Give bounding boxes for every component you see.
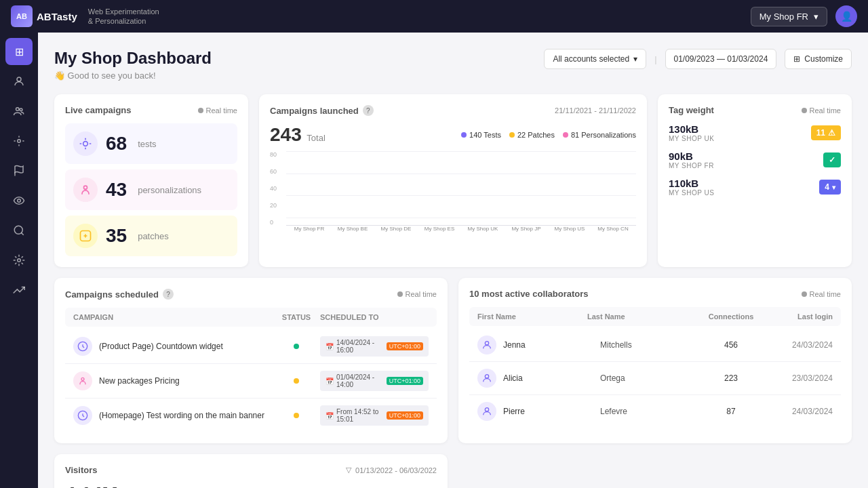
campaign-icon-1 (73, 337, 92, 356)
tag-item-us: 110kB MY SHOP US 4 ▾ (669, 178, 841, 197)
logo-text: ABTasty (37, 11, 77, 22)
scheduled-date-2: 01/04/2024 - 14:00 (336, 373, 384, 388)
page-subtitle: 👋 Good to see you back! (54, 70, 212, 81)
status-dot-3 (294, 413, 299, 418)
accounts-button[interactable]: All accounts selected ▾ (544, 49, 646, 69)
campaign-name-3: (Homepage) Test wording on the main bann… (99, 411, 273, 420)
customize-button[interactable]: ⊞ Customize (785, 49, 852, 69)
scheduled-row-1: (Product Page) Countdown widget 📅 14/04/… (65, 329, 437, 364)
tag-badge-us: 4 ▾ (819, 180, 841, 195)
collab-realtime-dot (802, 291, 807, 297)
sidebar-item-search[interactable] (5, 217, 33, 244)
visitors-summary: 4,14M Total 4.14M All 4.07M Tested (65, 483, 437, 488)
th-status: Status (273, 313, 320, 321)
th-campaign: Campaign (73, 313, 273, 321)
avatar[interactable]: 👤 (835, 5, 857, 27)
collab-last-3: Lefevre (600, 407, 697, 416)
patches-icon (73, 224, 98, 248)
x-label-be: My Shop BE (332, 226, 373, 232)
tag-info-uk: 130kB MY SHOP UK (669, 123, 714, 142)
scheduled-row-3: (Homepage) Test wording on the main bann… (65, 399, 437, 432)
chart-legend: 140 Tests 22 Patches 81 Personalizations (461, 131, 636, 139)
tag-badge-uk: 11 ⚠ (811, 125, 841, 140)
tag-shop-fr: MY SHOP FR (669, 162, 714, 169)
collaborators-title: 10 most active collaborators (469, 289, 589, 299)
svg-point-0 (17, 77, 21, 81)
sidebar-item-observe[interactable] (5, 187, 33, 214)
personalizations-label: personalizations (138, 185, 201, 195)
logo: AB ABTasty (11, 5, 77, 27)
sidebar-item-dashboard[interactable]: ⊞ (5, 38, 33, 65)
campaign-icon-3 (73, 406, 92, 425)
legend-patches: 22 Patches (509, 131, 555, 139)
svg-point-16 (485, 375, 488, 378)
sidebar-item-flags[interactable] (5, 157, 33, 184)
svg-point-5 (18, 199, 21, 203)
scheduled-table-header: Campaign Status Scheduled to (65, 308, 437, 327)
x-label-es: My Shop ES (419, 226, 460, 232)
collab-lastlogin-3: 24/03/2024 (765, 407, 833, 416)
collab-table-header: First Name Last Name Connections Last lo… (469, 307, 841, 326)
tests-value: 68 (106, 133, 127, 155)
visitors-title: Visitors (65, 465, 97, 475)
help-icon[interactable]: ? (363, 105, 374, 116)
sidebar-item-analytics[interactable] (5, 277, 33, 304)
logo-subtitle: Web Experimentation & Personalization (88, 7, 159, 26)
tag-size-uk: 130kB (669, 123, 714, 135)
utc-badge-3: UTC+01:00 (387, 411, 423, 420)
dashboard-grid: Live campaigns Real time 68 tests 43 per… (54, 94, 852, 267)
scheduled-date-3: From 14:52 to 15:01 (336, 408, 384, 423)
tag-info-us: 110kB MY SHOP US (669, 178, 714, 197)
visitors-card: Visitors ▽ 01/13/2022 - 06/03/2022 4,14M… (54, 454, 448, 488)
scheduled-tag-1: 📅 14/04/2024 - 16:00 UTC+01:00 (320, 336, 429, 357)
scheduled-help-icon[interactable]: ? (163, 289, 174, 300)
tag-realtime-badge: Real time (802, 106, 841, 115)
collab-connections-1: 456 (697, 340, 765, 350)
collab-avatar-3 (477, 402, 496, 421)
sidebar-item-teams[interactable] (5, 98, 33, 125)
collab-connections-3: 87 (697, 407, 765, 416)
collab-first-1: Jenna (503, 340, 600, 350)
collab-last-1: Mitchells (600, 340, 697, 350)
x-label-cn: My Shop CN (593, 226, 633, 232)
svg-point-17 (485, 408, 488, 411)
shop-selector[interactable]: My Shop FR ▾ (751, 7, 827, 26)
collaborators-header: 10 most active collaborators Real time (469, 289, 841, 299)
scheduled-realtime-dot (397, 291, 403, 297)
svg-point-1 (16, 108, 20, 111)
svg-point-8 (18, 259, 21, 262)
status-dot-1 (294, 344, 299, 349)
bars-container (286, 151, 636, 226)
live-campaigns-title: Live campaigns (65, 105, 132, 115)
collab-last-2: Ortega (600, 373, 697, 383)
status-col-3 (273, 413, 320, 418)
collab-th-lastname: Last Name (587, 312, 697, 321)
collab-realtime: Real time (802, 290, 841, 298)
sidebar-item-campaigns[interactable] (5, 127, 33, 155)
bottom-grid: Campaigns scheduled ? Real time Campaign… (54, 278, 852, 443)
campaigns-scheduled-card: Campaigns scheduled ? Real time Campaign… (54, 278, 448, 443)
x-label-us: My Shop US (549, 226, 590, 232)
scheduled-col-3: 📅 From 14:52 to 15:01 UTC+01:00 (320, 405, 429, 426)
warning-icon: ⚠ (828, 128, 835, 138)
collab-row-1: Jenna Mitchells 456 24/03/2024 (469, 329, 841, 362)
tests-metric: 68 tests (65, 123, 237, 164)
collab-th-connections: Connections (697, 312, 765, 321)
scheduled-title: Campaigns scheduled (65, 289, 159, 300)
logo-icon: AB (11, 5, 33, 27)
svg-point-6 (14, 226, 22, 234)
svg-point-10 (84, 186, 87, 189)
svg-line-7 (21, 232, 23, 235)
bars-area: My Shop FR My Shop BE My Shop DE My Shop… (286, 151, 636, 239)
sidebar-item-integrations[interactable] (5, 247, 33, 274)
svg-point-9 (83, 142, 88, 146)
customize-icon: ⊞ (793, 54, 800, 64)
campaign-icon-2 (73, 371, 92, 390)
tag-size-fr: 90kB (669, 150, 714, 162)
scheduled-col-1: 📅 14/04/2024 - 16:00 UTC+01:00 (320, 336, 429, 357)
x-label-fr: My Shop FR (289, 226, 330, 232)
sidebar-item-users[interactable] (5, 68, 33, 95)
collab-lastlogin-2: 23/03/2024 (765, 373, 833, 383)
scheduled-col-2: 📅 01/04/2024 - 14:00 UTC+01:00 (320, 371, 429, 391)
chart-summary: 243 Total 140 Tests 22 Patches 81 Person… (270, 124, 636, 146)
